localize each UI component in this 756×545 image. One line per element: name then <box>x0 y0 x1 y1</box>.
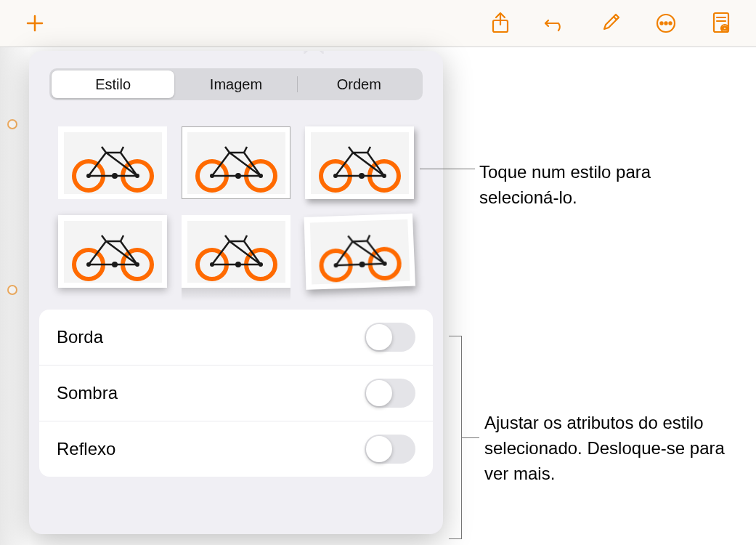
svg-point-35 <box>112 262 118 267</box>
bike-thumbnail <box>187 221 285 283</box>
reflection-label: Reflexo <box>57 439 115 459</box>
callout-adjust-attributes: Ajustar os atributos do estilo seleciona… <box>484 411 731 486</box>
style-preset-3[interactable] <box>305 126 414 199</box>
style-preset-5[interactable] <box>182 215 290 288</box>
svg-point-34 <box>135 262 139 267</box>
svg-point-33 <box>86 262 91 267</box>
bike-thumbnail <box>309 219 410 284</box>
switch-knob <box>366 380 392 406</box>
border-label: Borda <box>57 327 103 347</box>
border-row: Borda <box>39 310 433 366</box>
format-popover: Estilo Imagem Ordem <box>29 51 443 534</box>
tab-order[interactable]: Ordem <box>298 70 420 98</box>
svg-point-15 <box>86 174 91 178</box>
segmented-control: Estilo Imagem Ordem <box>49 68 423 100</box>
svg-point-28 <box>382 174 386 178</box>
bike-thumbnail <box>311 132 409 194</box>
format-brush-button[interactable] <box>590 9 631 38</box>
styles-grid <box>29 112 443 310</box>
svg-point-29 <box>359 173 365 179</box>
toolbar <box>0 0 756 47</box>
callout-bracket <box>449 336 462 539</box>
callout-bracket-stem <box>462 437 479 438</box>
reflection-toggle[interactable] <box>365 435 415 464</box>
svg-point-41 <box>235 262 241 267</box>
add-button[interactable] <box>15 9 55 38</box>
shadow-label: Sombra <box>57 383 118 403</box>
svg-point-40 <box>259 262 263 267</box>
popover-arrow <box>304 51 324 54</box>
switch-knob <box>366 324 392 350</box>
bike-thumbnail <box>64 221 162 283</box>
svg-point-27 <box>333 174 338 178</box>
background-selection-hint <box>0 124 25 291</box>
svg-point-5 <box>664 22 667 24</box>
selection-handle[interactable] <box>7 285 17 295</box>
undo-button[interactable] <box>535 9 576 38</box>
bike-thumbnail <box>64 132 162 194</box>
more-button[interactable] <box>646 9 686 38</box>
style-controls-list: Borda Sombra Reflexo <box>39 310 433 477</box>
style-preset-4[interactable] <box>58 215 167 288</box>
svg-point-4 <box>660 22 662 24</box>
reflection-row: Reflexo <box>39 421 433 477</box>
share-button[interactable] <box>480 9 521 38</box>
document-view-button[interactable] <box>701 9 741 38</box>
callout-tap-style: Toque num estilo para selecioná-lo. <box>479 160 683 211</box>
svg-point-21 <box>210 174 214 178</box>
style-preset-1[interactable] <box>58 126 167 199</box>
svg-point-16 <box>135 174 139 178</box>
callout-line <box>420 169 475 169</box>
selection-handle[interactable] <box>7 119 17 129</box>
switch-knob <box>366 436 392 462</box>
tab-style[interactable]: Estilo <box>52 70 174 98</box>
svg-point-39 <box>210 262 214 267</box>
border-toggle[interactable] <box>365 323 415 352</box>
bike-thumbnail <box>187 132 285 194</box>
shadow-toggle[interactable] <box>365 379 415 408</box>
svg-point-23 <box>235 173 241 179</box>
style-preset-6[interactable] <box>304 214 415 290</box>
style-preset-2[interactable] <box>182 126 290 199</box>
tab-image[interactable]: Imagem <box>174 70 297 98</box>
svg-point-17 <box>112 173 118 179</box>
shadow-row: Sombra <box>39 366 433 421</box>
svg-point-22 <box>259 174 263 178</box>
svg-point-6 <box>669 22 671 24</box>
